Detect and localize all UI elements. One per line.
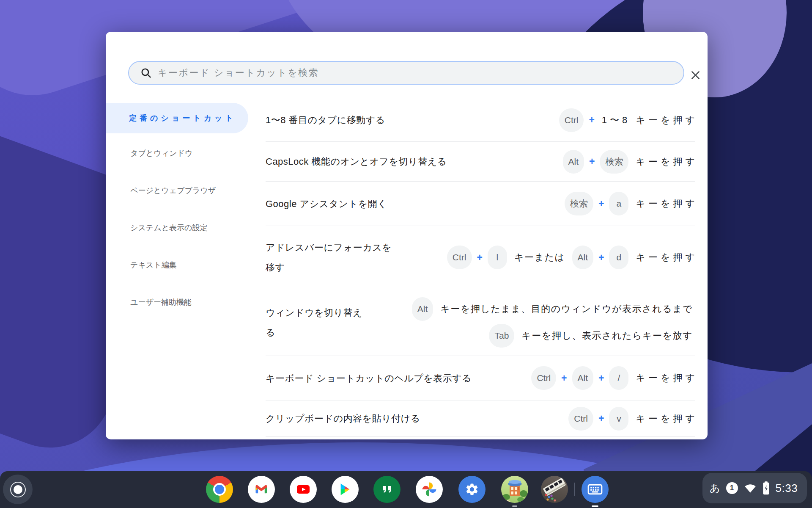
key-instruction: キーを押す (636, 197, 698, 210)
sidebar-item-label: ページとウェブブラウザ (130, 185, 216, 196)
shortcut-keys: Ctrl+lキーまたはAlt+dキーを押す (447, 244, 695, 271)
play-store-app-icon[interactable] (332, 476, 359, 503)
bus-game-app-icon[interactable] (541, 476, 568, 503)
key-instruction: キーまたは (514, 251, 565, 264)
sidebar: 定番のショートカットタブとウィンドウページとウェブブラウザシステムと表示の設定テ… (106, 103, 248, 318)
key-instruction: キーを押す (636, 155, 698, 168)
sidebar-item-2[interactable]: ページとウェブブラウザ (106, 175, 248, 206)
key-instruction: キーを押したまま、目的のウィンドウが表示されるまで (440, 303, 693, 315)
shelf-separator (574, 483, 575, 496)
shortcut-action: クリップボードの内容を貼り付ける (266, 409, 420, 428)
key-pill: 検索 (565, 192, 593, 215)
launcher-button[interactable] (3, 475, 33, 504)
search-icon (140, 67, 151, 78)
search-input[interactable] (158, 67, 683, 78)
close-button[interactable] (686, 66, 705, 84)
key-pill: v (609, 407, 628, 431)
key-pill: Alt (572, 366, 594, 390)
sidebar-item-label: タブとウィンドウ (130, 148, 192, 158)
shortcut-keys: 検索+aキーを押す (565, 190, 695, 217)
virtual-keyboard-app-icon[interactable] (582, 476, 609, 503)
key-pill: l (488, 246, 507, 269)
plus-separator: + (598, 252, 604, 263)
plus-separator: + (561, 373, 567, 384)
key-pill: Alt (412, 297, 433, 321)
shortcut-row: アドレスバーにフォーカスを移すCtrl+lキーまたはAlt+dキーを押す (266, 226, 695, 289)
launcher-icon (10, 482, 26, 497)
ime-indicator: あ (710, 481, 720, 495)
shortcut-row: Google アシスタントを開く検索+aキーを押す (266, 182, 695, 226)
keyboard-shortcuts-dialog: 定番のショートカットタブとウィンドウページとウェブブラウザシステムと表示の設定テ… (106, 32, 708, 439)
sidebar-item-5[interactable]: ユーザー補助機能 (106, 287, 248, 318)
search-bar[interactable] (128, 61, 684, 85)
key-pill: d (609, 246, 628, 269)
sidebar-item-label: ユーザー補助機能 (130, 297, 192, 307)
key-pill: Ctrl (568, 407, 593, 431)
township-app-icon[interactable] (501, 476, 528, 503)
key-pill: 検索 (600, 150, 628, 174)
key-pill: Ctrl (559, 108, 584, 132)
key-instruction: キーを押し、表示されたらキーを放す (521, 329, 693, 342)
sidebar-item-4[interactable]: テキスト編集 (106, 250, 248, 280)
shelf: あ 1 5:33 (0, 471, 812, 508)
sidebar-item-1[interactable]: タブとウィンドウ (106, 138, 248, 168)
google-photos-app-icon[interactable] (416, 476, 443, 503)
shortcut-keys: Ctrl+1〜8 キーを押す (559, 107, 695, 133)
chrome-app-icon[interactable] (206, 476, 233, 503)
gmail-app-icon[interactable] (248, 476, 275, 503)
close-icon (691, 70, 700, 80)
running-app-indicator (512, 505, 517, 507)
key-instruction: キーを押す (636, 251, 698, 264)
key-instruction: キーを押す (636, 372, 698, 384)
battery-icon (763, 481, 770, 495)
wifi-icon (744, 483, 757, 494)
plus-separator: + (589, 156, 595, 167)
shortcut-action: Google アシスタントを開く (266, 194, 387, 214)
shortcut-row: キーボード ショートカットのヘルプを表示するCtrl+Alt+/キーを押す (266, 356, 695, 400)
sidebar-item-label: システムと表示の設定 (130, 223, 208, 233)
shortcut-row: ウィンドウを切り替えるAltキーを押したまま、目的のウィンドウが表示されるまでT… (266, 289, 695, 356)
hangouts-app-icon[interactable] (373, 476, 401, 503)
key-pill: Alt (572, 246, 594, 269)
plus-separator: + (589, 114, 594, 126)
sidebar-item-3[interactable]: システムと表示の設定 (106, 213, 248, 243)
settings-app-icon[interactable] (458, 476, 486, 503)
shortcut-action: CapsLock 機能のオンとオフを切り替える (266, 152, 447, 171)
notification-badge: 1 (726, 482, 738, 494)
sidebar-item-0[interactable]: 定番のショートカット (106, 103, 248, 133)
key-pill: a (609, 192, 628, 215)
shortcut-list: 1〜8 番目のタブに移動するCtrl+1〜8 キーを押すCapsLock 機能の… (266, 99, 695, 437)
shortcut-action: キーボード ショートカットのヘルプを表示する (266, 368, 472, 388)
shortcut-action: 1〜8 番目のタブに移動する (266, 110, 385, 130)
plus-separator: + (598, 413, 604, 424)
shortcut-keys: Ctrl+vキーを押す (568, 405, 695, 432)
key-instruction: 1〜8 キーを押す (602, 114, 698, 127)
shortcut-keys: Ctrl+Alt+/キーを押す (531, 365, 695, 392)
status-tray[interactable]: あ 1 5:33 (702, 473, 807, 503)
youtube-app-icon[interactable] (290, 476, 317, 503)
shortcut-keys: Altキーを押したまま、目的のウィンドウが表示されるまでTabキーを押し、表示さ… (412, 296, 695, 349)
shortcut-action: ウィンドウを切り替える (266, 303, 364, 342)
clock: 5:33 (776, 482, 798, 495)
key-pill: Alt (563, 150, 584, 174)
shortcut-keys: Alt+検索キーを押す (563, 148, 695, 175)
key-instruction: キーを押す (636, 412, 698, 425)
key-pill: Tab (489, 324, 514, 348)
running-app-indicator (592, 505, 598, 507)
key-pill: / (609, 366, 628, 390)
shortcut-row: クリップボードの内容を貼り付けるCtrl+vキーを押す (266, 400, 695, 437)
key-pill: Ctrl (447, 246, 472, 269)
plus-separator: + (477, 252, 483, 263)
sidebar-item-label: テキスト編集 (130, 260, 177, 270)
shortcut-row: CapsLock 機能のオンとオフを切り替えるAlt+検索キーを押す (266, 142, 695, 182)
key-pill: Ctrl (531, 366, 556, 390)
sidebar-item-label: 定番のショートカット (129, 113, 236, 123)
shortcut-action: アドレスバーにフォーカスを移す (266, 237, 392, 277)
plus-separator: + (598, 373, 604, 384)
plus-separator: + (598, 198, 604, 210)
shortcut-row: 1〜8 番目のタブに移動するCtrl+1〜8 キーを押す (266, 99, 695, 142)
